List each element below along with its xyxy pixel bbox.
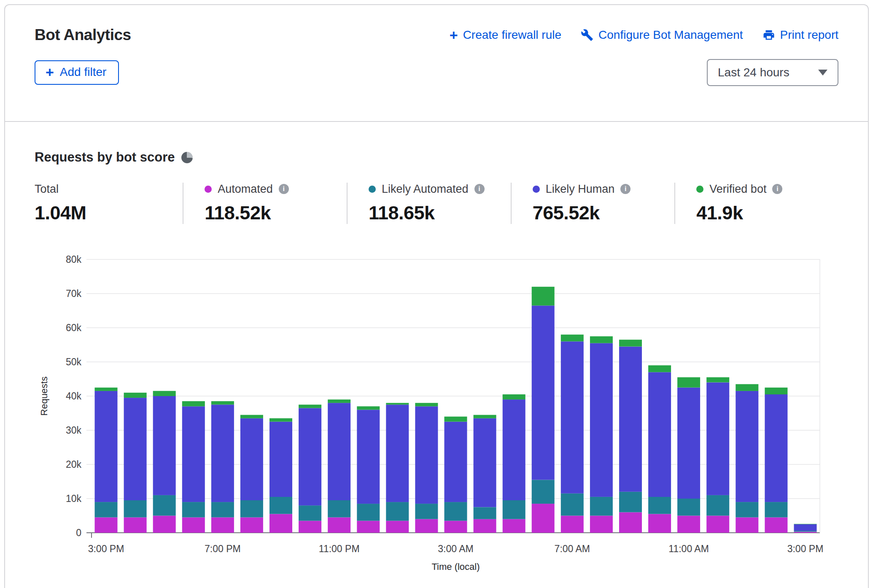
add-filter-label: Add filter <box>60 65 107 79</box>
plus-icon: + <box>46 66 54 79</box>
svg-text:80k: 80k <box>66 254 82 265</box>
svg-text:Requests: Requests <box>39 377 49 416</box>
chevron-down-icon <box>818 70 827 76</box>
bot-analytics-card: Bot Analytics + Create firewall rule Con… <box>4 4 869 588</box>
pie-chart-icon <box>181 152 193 163</box>
bot-score-chart: 010k20k30k40k50k60k70k80k3:00 PM7:00 PM1… <box>35 235 857 572</box>
info-icon[interactable]: i <box>620 184 630 194</box>
stat-value: 765.52k <box>533 202 675 224</box>
svg-text:11:00 AM: 11:00 AM <box>668 543 709 554</box>
wrench-icon <box>581 29 593 41</box>
stat-likely-human: Likely Human i 765.52k <box>511 183 675 224</box>
svg-text:7:00 AM: 7:00 AM <box>555 543 590 554</box>
printer-icon <box>763 29 775 41</box>
svg-text:3:00 PM: 3:00 PM <box>787 543 824 554</box>
configure-bot-management-label: Configure Bot Management <box>598 28 743 42</box>
stat-label: Likely Automated <box>382 183 469 196</box>
stat-automated: Automated i 118.52k <box>183 183 347 224</box>
create-firewall-rule-link[interactable]: + Create firewall rule <box>450 28 561 42</box>
chart-area: 010k20k30k40k50k60k70k80k3:00 PM7:00 PM1… <box>35 235 838 574</box>
svg-text:11:00 PM: 11:00 PM <box>319 543 360 554</box>
legend-dot-verified-bot <box>696 186 703 193</box>
main-content: Requests by bot score Total 1.04M Automa… <box>5 150 868 574</box>
stat-value: 1.04M <box>35 202 183 224</box>
legend-dot-likely-human <box>533 186 540 193</box>
stat-label: Total <box>35 183 59 196</box>
print-report-link[interactable]: Print report <box>763 28 839 42</box>
svg-text:10k: 10k <box>66 493 82 504</box>
plus-icon: + <box>450 29 458 42</box>
svg-text:60k: 60k <box>66 322 82 333</box>
time-range-dropdown[interactable]: Last 24 hours <box>707 59 838 86</box>
svg-text:20k: 20k <box>66 459 82 470</box>
legend-dot-likely-automated <box>369 186 376 193</box>
info-icon[interactable]: i <box>772 184 782 194</box>
stat-likely-automated: Likely Automated i 118.65k <box>347 183 511 224</box>
legend-dot-automated <box>205 186 212 193</box>
svg-text:70k: 70k <box>66 288 82 299</box>
print-report-label: Print report <box>780 28 839 42</box>
add-filter-button[interactable]: + Add filter <box>35 60 119 85</box>
svg-text:3:00 PM: 3:00 PM <box>88 543 124 554</box>
svg-text:30k: 30k <box>66 425 82 436</box>
create-firewall-rule-label: Create firewall rule <box>463 28 561 42</box>
header-actions: + Create firewall rule Configure Bot Man… <box>450 28 838 42</box>
stat-value: 118.65k <box>369 202 511 224</box>
svg-text:0: 0 <box>76 527 81 538</box>
stat-label: Automated <box>218 183 273 196</box>
svg-text:Time (local): Time (local) <box>431 561 480 572</box>
svg-text:40k: 40k <box>66 391 82 402</box>
section-title: Requests by bot score <box>35 150 175 165</box>
info-icon[interactable]: i <box>474 184 485 194</box>
svg-text:50k: 50k <box>66 356 82 367</box>
stat-label: Likely Human <box>546 183 615 196</box>
configure-bot-management-link[interactable]: Configure Bot Management <box>581 28 743 42</box>
page-title: Bot Analytics <box>35 26 131 44</box>
stat-label: Verified bot <box>709 183 766 196</box>
header: Bot Analytics + Create firewall rule Con… <box>5 5 868 122</box>
stats-row: Total 1.04M Automated i 118.52k Likely A… <box>35 183 838 224</box>
stat-total: Total 1.04M <box>35 183 183 224</box>
svg-text:3:00 AM: 3:00 AM <box>438 543 473 554</box>
stat-value: 118.52k <box>205 202 347 224</box>
stat-value: 41.9k <box>696 202 838 224</box>
svg-text:7:00 PM: 7:00 PM <box>205 543 241 554</box>
info-icon[interactable]: i <box>279 184 289 194</box>
stat-verified-bot: Verified bot i 41.9k <box>674 183 838 224</box>
time-range-value: Last 24 hours <box>718 66 789 79</box>
